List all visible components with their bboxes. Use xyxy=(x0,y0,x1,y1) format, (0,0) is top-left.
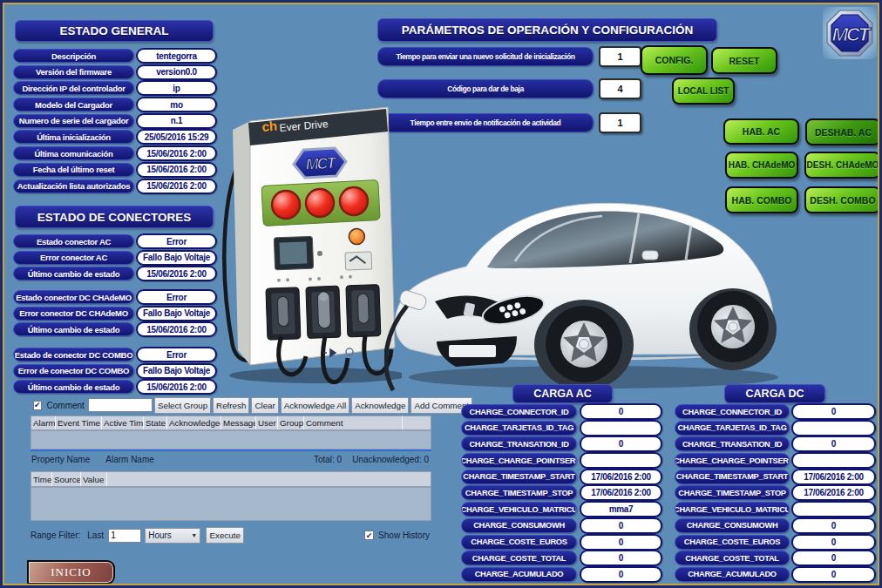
carga-ac-rows: CHARGE_CONNECTOR_ID 0 CHARGE_TARJETAS_ID… xyxy=(461,405,662,585)
status-row: CHARGE_TIMESTAMP_STOP 17/06/2016 2:00 xyxy=(461,486,662,499)
grid-column-header[interactable]: User xyxy=(256,416,278,429)
status-row: Descripción tentegorra xyxy=(13,50,217,62)
field-label: Último cambio de estado xyxy=(13,380,134,394)
alarm-toolbar-button[interactable]: Clear xyxy=(251,397,278,414)
status-row: Última inicialización 25/05/2016 15:29 xyxy=(13,131,217,143)
status-row: Estado conector DC CHAdeMO Error xyxy=(13,291,217,303)
field-label: Último cambio de estado xyxy=(13,322,134,336)
field-label: Versión del firmware xyxy=(13,65,134,79)
grid-column-header[interactable]: Time xyxy=(31,472,52,486)
config-button[interactable]: CONFIG. xyxy=(641,45,708,75)
field-value: 17/06/2016 2:00 xyxy=(580,484,662,501)
status-row: CHARGE_TRANSATION_ID 0 xyxy=(461,437,662,450)
range-unit-select[interactable]: Hours ▼ xyxy=(145,528,200,544)
grid-column-header[interactable]: Event Time xyxy=(56,416,102,429)
grid-column-header[interactable]: Value xyxy=(81,472,107,486)
grid-column-header[interactable]: Comment xyxy=(304,416,403,429)
status-row: Versión del firmware version0.0 xyxy=(13,66,217,78)
field-value: n.1 xyxy=(136,113,217,129)
hmi-screen: ESTADO GENERAL Descripción tentegorra Ve… xyxy=(0,0,882,588)
grid-column-header[interactable]: Alarm xyxy=(31,416,56,429)
field-label: CHARGE_COSTE_TOTAL xyxy=(675,551,790,565)
field-label: CHARGE_ACUMULADO xyxy=(461,567,577,582)
svg-text:ch: ch xyxy=(261,118,278,134)
field-label: CHARGE_TIMESTAMP_START xyxy=(675,470,790,484)
status-row: Fecha del último reset 15/06/2016 2:00 xyxy=(13,164,217,176)
status-row: CHARGE_CHARGE_POINTSERI xyxy=(675,454,876,467)
field-label: CHARGE_TIMESTAMP_START xyxy=(461,470,577,484)
carga-dc-rows: CHARGE_CONNECTOR_ID 0 CHARGE_TARJETAS_ID… xyxy=(675,405,876,585)
alarm-toolbar-button[interactable]: Refresh xyxy=(213,397,249,414)
alarm-toolbar-button[interactable]: Acknowledge xyxy=(351,397,409,414)
field-value: 0 xyxy=(791,566,876,583)
grid-column-header[interactable]: State xyxy=(144,416,167,429)
comment-checkbox[interactable]: ✔ xyxy=(33,401,42,410)
conector-combo-group: Estado de conector DC COMBO Error Error … xyxy=(13,348,217,397)
status-row: CHARGE_CONSUMOWH 0 xyxy=(461,519,662,532)
grid-column-header[interactable]: Message xyxy=(221,416,256,429)
param-label: Tiempo para enviar una nuevo solicitud d… xyxy=(377,47,594,66)
execute-button[interactable]: Execute xyxy=(206,527,244,544)
desh-chademo-button[interactable]: DESH. CHAdeMO xyxy=(804,152,881,179)
status-row: CHARGE_TRANSATION_ID 0 xyxy=(675,437,876,450)
deshab-ac-button[interactable]: DESHAB. AC xyxy=(805,118,881,145)
field-label: Numero de serie del cargador xyxy=(13,114,134,128)
field-value: Error xyxy=(136,347,217,362)
total-count: Total: 0 xyxy=(314,455,342,464)
field-label: CHARGE_CONSUMOWH xyxy=(675,518,790,533)
svg-text:MCT: MCT xyxy=(831,23,872,45)
unacknowledged-count: Unacknowledged: 0 xyxy=(352,455,429,464)
field-value: mma7 xyxy=(580,501,662,517)
inicio-button[interactable]: INICIO xyxy=(27,560,115,585)
show-history-checkbox[interactable]: ✔ xyxy=(364,531,374,540)
range-filter-label: Range Filter: xyxy=(31,531,80,540)
field-value: mo xyxy=(136,97,217,112)
field-value: 0 xyxy=(791,436,876,452)
status-row: Actualización lista autorizados 15/06/20… xyxy=(13,180,217,193)
status-row: Último cambio de estado 15/06/2016 2:00 xyxy=(13,267,217,280)
field-value: 17/06/2016 2:00 xyxy=(580,469,662,485)
status-row: CHARGE_ACUMULADO 0 xyxy=(461,568,662,581)
estado-general-header: ESTADO GENERAL xyxy=(15,20,214,42)
grid-column-header[interactable]: Source xyxy=(52,472,81,486)
estado-general-rows: Descripción tentegorra Versión del firmw… xyxy=(13,50,217,196)
divider xyxy=(31,449,431,451)
field-label: CHARGE_CHARGE_POINTSERI xyxy=(461,453,577,468)
hab-ac-button[interactable]: HAB. AC xyxy=(723,118,799,145)
field-value: tentegorra xyxy=(136,48,217,64)
status-row: CHARGE_COSTE_EUROS 0 xyxy=(675,536,876,549)
param-init-request-input[interactable]: 1 xyxy=(599,46,641,67)
conector-chademo-group: Estado conector DC CHAdeMO Error Error c… xyxy=(13,291,217,340)
local-list-button[interactable]: LOCAL LIST xyxy=(672,78,735,105)
desh-combo-button[interactable]: DESH. COMBO xyxy=(804,186,881,213)
field-label: CHARGE_CONNECTOR_ID xyxy=(461,404,577,419)
comment-input[interactable] xyxy=(88,398,153,412)
status-row: CHARGE_VEHICULO_MATRICU mma7 xyxy=(461,503,662,516)
status-row: CHARGE_COSTE_EUROS 0 xyxy=(461,536,662,549)
field-label: Error de conector DC COMBO xyxy=(13,364,134,378)
status-row: Estado conector AC Error xyxy=(13,235,217,247)
field-value xyxy=(580,452,662,469)
grid-column-header[interactable]: Acknowledged xyxy=(167,416,221,429)
charger-image: ch Ever Drive MCT xyxy=(217,88,402,384)
range-value-input[interactable] xyxy=(108,529,141,543)
range-unit-value: Hours xyxy=(148,531,172,540)
param-unsubscribe-code-input[interactable]: 4 xyxy=(599,78,641,99)
field-label: CHARGE_ACUMULADO xyxy=(675,567,790,582)
field-value: 0 xyxy=(580,436,662,452)
field-value: 0 xyxy=(580,550,662,566)
field-value: Fallo Bajo Voltaje xyxy=(136,306,217,321)
alarm-toolbar-button[interactable]: Acknowledge All xyxy=(281,397,349,414)
car-image xyxy=(384,171,796,397)
alarm-toolbar-button[interactable]: Select Group xyxy=(154,397,211,414)
field-label: CHARGE_VEHICULO_MATRICU xyxy=(675,502,790,517)
grid-column-header[interactable]: Active Time xyxy=(102,416,144,429)
field-label: Modelo del Cargador xyxy=(13,98,134,112)
status-row: Error conector DC CHAdeMO Fallo Bajo Vol… xyxy=(13,308,217,320)
range-filter-row: Range Filter: Last Hours ▼ Execute ✔ Sho… xyxy=(31,528,431,543)
field-value: 0 xyxy=(791,534,876,551)
grid-column-header[interactable]: Group xyxy=(278,416,304,429)
param-activity-notify-input[interactable]: 1 xyxy=(599,112,641,133)
field-value: 15/06/2016 2:00 xyxy=(136,179,217,194)
reset-button[interactable]: RESET xyxy=(711,47,777,74)
